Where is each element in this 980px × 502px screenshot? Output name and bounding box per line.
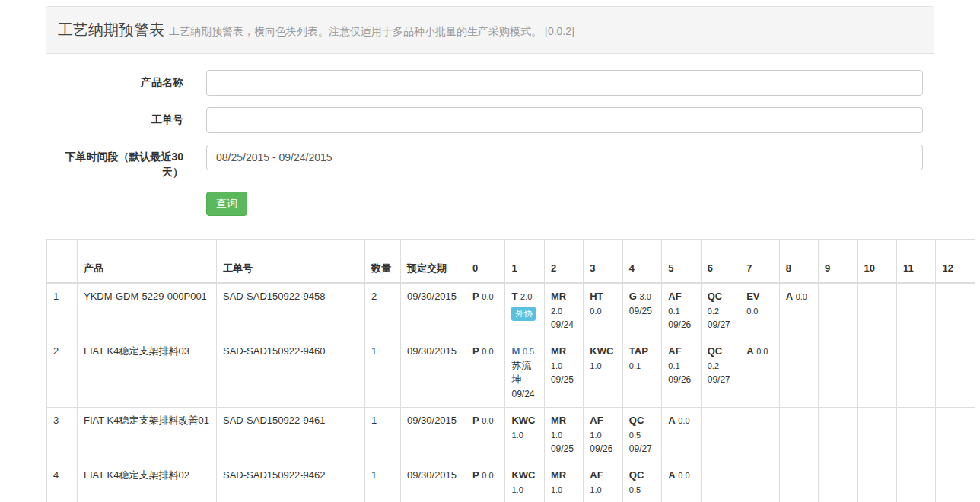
process-label: TAP 0.1 [629,345,648,371]
column-header: 工单号 [217,239,365,283]
process-cell: MR 1.009/25 [544,408,583,462]
order-number-label: 工单号 [46,107,183,128]
column-header: 4 [622,239,661,283]
query-button[interactable]: 查询 [206,192,247,216]
process-code: AF [668,345,681,357]
column-header: 10 [858,239,896,283]
order-number-input[interactable] [206,107,923,133]
operator-name: 苏流坤 [511,360,531,386]
process-cell: G 3.009/25 [622,283,661,338]
process-cell: AF 1.0 [584,462,622,502]
process-cell [896,462,935,502]
process-code: MR [551,415,566,426]
process-code: A [786,291,793,302]
due-date-cell: 09/30/2015 [401,338,466,408]
process-label: QC 0.5 [629,415,644,440]
date-range-label: 下单时间段（默认最近30天） [46,145,183,180]
submit-row: 查询 [206,192,934,216]
process-code: T [511,291,517,302]
page-version: [0.0.2] [545,25,574,37]
process-label: AF 1.0 [590,469,603,495]
process-cell [936,338,975,408]
process-code: P [473,469,479,481]
process-hours: 1.0 [551,485,562,494]
process-hours: 1.0 [511,485,523,494]
main-panel: 工艺纳期预警表工艺纳期预警表，横向色块列表。注意仅适用于多品种小批量的生产采购模… [46,6,934,502]
row-index: 4 [47,462,78,502]
table-row: 3FIAT K4稳定支架排料改善01SAD-SAD150922-9461109/… [47,408,975,462]
process-cell [701,408,740,462]
outsource-badge: 外协 [511,307,536,322]
column-header: 预定交期 [401,239,466,283]
process-cell: A 0.0 [662,462,701,502]
process-cell: QC 0.209/27 [701,338,740,408]
process-hours: 1.0 [590,361,601,370]
process-code: P [473,291,479,302]
process-cell [779,338,818,408]
date-range-group: 下单时间段（默认最近30天） [46,145,934,180]
column-header: 2 [544,239,583,283]
process-code: AF [668,291,681,302]
process-date: 09/27 [629,443,655,456]
process-cell [896,338,935,408]
column-header: 9 [819,239,858,283]
process-cell [779,462,818,502]
process-code: KWC [590,345,613,357]
product-cell: FIAT K4稳定支架排料02 [78,462,217,502]
process-cell [779,408,818,462]
process-label: P 0.0 [473,415,494,426]
process-code: A [746,345,753,357]
process-cell: AF 0.109/26 [662,338,701,408]
process-hours: 1.0 [590,431,601,440]
process-hours: 0.5 [523,347,534,356]
process-cell: MR 1.0 [544,462,583,502]
search-form: 产品名称 工单号 下单时间段（默认最近30天） 查询 [46,54,934,239]
process-cell: KWC 1.0 [505,408,544,462]
process-cell [819,408,858,462]
process-cell: AF 1.009/26 [584,408,622,462]
process-hours: 1.0 [511,431,523,440]
warning-table-wrap: 产品工单号数量预定交期0123456789101112 1YKDM-GDM-52… [46,239,975,502]
process-date: 09/24 [511,388,537,401]
process-cell [936,408,975,462]
process-hours: 0.0 [482,347,493,356]
process-hours: 1.0 [551,431,562,440]
row-index: 1 [47,283,78,338]
process-cell: M 0.5 苏流坤09/24 [505,338,544,408]
process-cell: MR 1.009/25 [544,338,583,408]
process-label: A 0.0 [746,345,768,357]
process-link[interactable]: M 0.5 [511,345,534,357]
product-name-input[interactable] [206,70,923,96]
process-label: P 0.0 [473,345,494,357]
page-subtitle: 工艺纳期预警表，横向色块列表。注意仅适用于多品种小批量的生产采购模式。 [169,25,542,37]
process-cell: A 0.0 [779,283,818,338]
process-cell [858,338,896,408]
process-date: 09/25 [551,373,577,386]
process-cell: A 0.0 [662,408,701,462]
process-hours: 0.0 [482,471,493,480]
column-header: 数量 [365,239,401,283]
process-cell: QC 0.5 [622,462,661,502]
order-number-cell: SAD-SAD150922-9461 [217,408,365,462]
process-hours: 0.1 [629,361,641,370]
process-cell: P 0.0 [466,338,505,408]
order-number-group: 工单号 [46,107,934,133]
process-cell [740,408,779,462]
process-label: AF 0.1 [668,345,681,371]
process-hours: 3.0 [640,292,651,301]
product-name-label: 产品名称 [46,70,183,91]
row-index: 3 [47,408,78,462]
process-cell: EV 0.0 [740,283,779,338]
process-label: A 0.0 [668,415,689,426]
date-range-input[interactable] [206,145,923,170]
process-code: P [473,345,479,357]
process-code: AF [590,469,603,481]
process-cell [819,283,858,338]
warning-table: 产品工单号数量预定交期0123456789101112 1YKDM-GDM-52… [46,239,975,502]
column-header: 3 [584,239,622,283]
process-cell: KWC 1.0 [584,338,622,408]
product-cell: FIAT K4稳定支架排料03 [78,338,217,408]
process-hours: 2.0 [551,307,562,316]
process-hours: 0.0 [678,471,689,480]
process-label: KWC 1.0 [511,415,535,440]
